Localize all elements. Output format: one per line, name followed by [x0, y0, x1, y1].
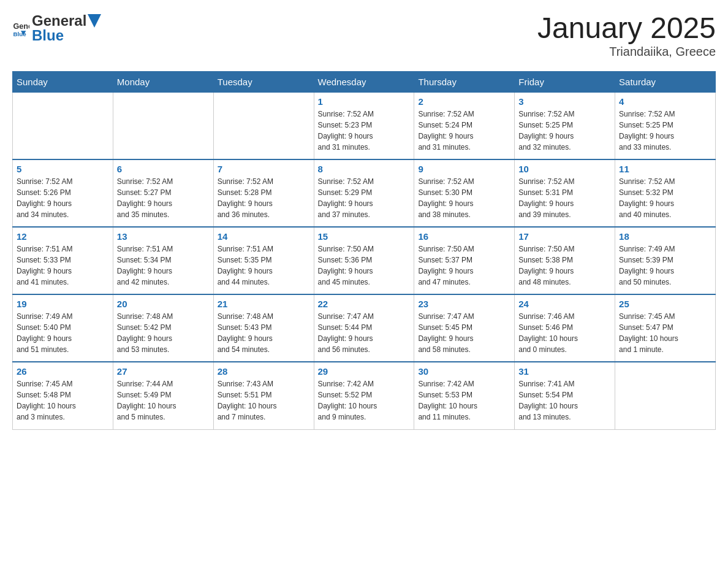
day-info: Sunrise: 7:45 AM Sunset: 5:47 PM Dayligh…	[619, 311, 711, 355]
calendar-cell: 7Sunrise: 7:52 AM Sunset: 5:28 PM Daylig…	[213, 159, 314, 227]
calendar-table: SundayMondayTuesdayWednesdayThursdayFrid…	[12, 71, 716, 430]
calendar-cell: 6Sunrise: 7:52 AM Sunset: 5:27 PM Daylig…	[113, 159, 213, 227]
calendar-header-row: SundayMondayTuesdayWednesdayThursdayFrid…	[13, 71, 716, 92]
calendar-cell: 11Sunrise: 7:52 AM Sunset: 5:32 PM Dayli…	[615, 159, 716, 227]
calendar-cell: 24Sunrise: 7:46 AM Sunset: 5:46 PM Dayli…	[515, 294, 615, 362]
day-number: 12	[17, 231, 109, 242]
day-number: 10	[518, 164, 611, 174]
day-number: 14	[218, 231, 310, 242]
calendar-cell	[13, 92, 113, 159]
calendar-cell: 10Sunrise: 7:52 AM Sunset: 5:31 PM Dayli…	[515, 159, 615, 227]
logo-blue-text: Blue	[32, 27, 101, 44]
day-info: Sunrise: 7:42 AM Sunset: 5:52 PM Dayligh…	[318, 378, 411, 423]
day-info: Sunrise: 7:41 AM Sunset: 5:54 PM Dayligh…	[518, 378, 611, 423]
day-number: 6	[117, 164, 210, 174]
svg-text:General: General	[13, 22, 29, 31]
day-info: Sunrise: 7:50 AM Sunset: 5:36 PM Dayligh…	[318, 243, 411, 288]
calendar-cell: 2Sunrise: 7:52 AM Sunset: 5:24 PM Daylig…	[414, 92, 515, 159]
title-block: January 2025 Triandaiika, Greece	[537, 12, 716, 59]
calendar-cell: 21Sunrise: 7:48 AM Sunset: 5:43 PM Dayli…	[213, 294, 314, 362]
calendar-cell: 20Sunrise: 7:48 AM Sunset: 5:42 PM Dayli…	[113, 294, 213, 362]
header-sunday: Sunday	[13, 71, 113, 92]
day-info: Sunrise: 7:52 AM Sunset: 5:23 PM Dayligh…	[318, 109, 411, 153]
calendar-cell: 17Sunrise: 7:50 AM Sunset: 5:38 PM Dayli…	[515, 227, 615, 294]
day-info: Sunrise: 7:47 AM Sunset: 5:44 PM Dayligh…	[318, 311, 411, 355]
day-number: 3	[518, 96, 611, 107]
day-info: Sunrise: 7:51 AM Sunset: 5:33 PM Dayligh…	[17, 243, 109, 288]
day-number: 26	[17, 366, 109, 377]
day-number: 20	[117, 299, 210, 309]
header-wednesday: Wednesday	[314, 71, 414, 92]
day-info: Sunrise: 7:49 AM Sunset: 5:39 PM Dayligh…	[619, 243, 711, 288]
day-info: Sunrise: 7:52 AM Sunset: 5:25 PM Dayligh…	[619, 109, 711, 153]
day-info: Sunrise: 7:52 AM Sunset: 5:29 PM Dayligh…	[318, 176, 411, 220]
day-info: Sunrise: 7:50 AM Sunset: 5:37 PM Dayligh…	[418, 243, 510, 288]
header-saturday: Saturday	[615, 71, 716, 92]
day-number: 11	[619, 164, 711, 174]
day-number: 31	[518, 366, 611, 377]
day-info: Sunrise: 7:51 AM Sunset: 5:35 PM Dayligh…	[218, 243, 310, 288]
header-monday: Monday	[113, 71, 213, 92]
day-number: 29	[318, 366, 411, 377]
day-info: Sunrise: 7:52 AM Sunset: 5:30 PM Dayligh…	[418, 176, 510, 220]
day-info: Sunrise: 7:52 AM Sunset: 5:27 PM Dayligh…	[117, 176, 210, 220]
calendar-cell: 12Sunrise: 7:51 AM Sunset: 5:33 PM Dayli…	[13, 227, 113, 294]
page-subtitle: Triandaiika, Greece	[537, 45, 716, 59]
day-info: Sunrise: 7:52 AM Sunset: 5:24 PM Dayligh…	[418, 109, 510, 153]
day-number: 2	[418, 96, 510, 107]
day-info: Sunrise: 7:52 AM Sunset: 5:28 PM Dayligh…	[218, 176, 310, 220]
calendar-cell: 14Sunrise: 7:51 AM Sunset: 5:35 PM Dayli…	[213, 227, 314, 294]
day-number: 7	[218, 164, 310, 174]
day-info: Sunrise: 7:50 AM Sunset: 5:38 PM Dayligh…	[518, 243, 611, 288]
calendar-cell: 26Sunrise: 7:45 AM Sunset: 5:48 PM Dayli…	[13, 362, 113, 429]
day-number: 27	[117, 366, 210, 377]
calendar-cell: 9Sunrise: 7:52 AM Sunset: 5:30 PM Daylig…	[414, 159, 515, 227]
day-number: 9	[418, 164, 510, 174]
calendar-cell: 4Sunrise: 7:52 AM Sunset: 5:25 PM Daylig…	[615, 92, 716, 159]
week-row-5: 26Sunrise: 7:45 AM Sunset: 5:48 PM Dayli…	[13, 362, 716, 429]
page-header: General Blue General Blue January 2025 T…	[12, 12, 716, 59]
calendar-cell: 29Sunrise: 7:42 AM Sunset: 5:52 PM Dayli…	[314, 362, 414, 429]
calendar-cell: 19Sunrise: 7:49 AM Sunset: 5:40 PM Dayli…	[13, 294, 113, 362]
day-number: 24	[518, 299, 611, 309]
calendar-cell: 22Sunrise: 7:47 AM Sunset: 5:44 PM Dayli…	[314, 294, 414, 362]
day-number: 25	[619, 299, 711, 309]
day-number: 16	[418, 231, 510, 242]
logo-triangle-icon	[88, 14, 101, 28]
day-number: 5	[17, 164, 109, 174]
day-info: Sunrise: 7:45 AM Sunset: 5:48 PM Dayligh…	[17, 378, 109, 423]
calendar-cell: 28Sunrise: 7:43 AM Sunset: 5:51 PM Dayli…	[213, 362, 314, 429]
calendar-cell: 27Sunrise: 7:44 AM Sunset: 5:49 PM Dayli…	[113, 362, 213, 429]
calendar-cell: 15Sunrise: 7:50 AM Sunset: 5:36 PM Dayli…	[314, 227, 414, 294]
day-number: 21	[218, 299, 310, 309]
day-number: 15	[318, 231, 411, 242]
day-number: 18	[619, 231, 711, 242]
day-number: 19	[17, 299, 109, 309]
day-number: 13	[117, 231, 210, 242]
day-info: Sunrise: 7:46 AM Sunset: 5:46 PM Dayligh…	[518, 311, 611, 355]
calendar-cell: 16Sunrise: 7:50 AM Sunset: 5:37 PM Dayli…	[414, 227, 515, 294]
day-info: Sunrise: 7:48 AM Sunset: 5:42 PM Dayligh…	[117, 311, 210, 355]
calendar-cell: 13Sunrise: 7:51 AM Sunset: 5:34 PM Dayli…	[113, 227, 213, 294]
day-number: 4	[619, 96, 711, 107]
day-number: 22	[318, 299, 411, 309]
day-number: 1	[318, 96, 411, 107]
calendar-cell: 5Sunrise: 7:52 AM Sunset: 5:26 PM Daylig…	[13, 159, 113, 227]
day-info: Sunrise: 7:42 AM Sunset: 5:53 PM Dayligh…	[418, 378, 510, 423]
day-number: 23	[418, 299, 510, 309]
day-info: Sunrise: 7:52 AM Sunset: 5:26 PM Dayligh…	[17, 176, 109, 220]
day-number: 28	[218, 366, 310, 377]
logo: General Blue General Blue	[12, 12, 101, 44]
week-row-4: 19Sunrise: 7:49 AM Sunset: 5:40 PM Dayli…	[13, 294, 716, 362]
week-row-1: 1Sunrise: 7:52 AM Sunset: 5:23 PM Daylig…	[13, 92, 716, 159]
calendar-cell: 18Sunrise: 7:49 AM Sunset: 5:39 PM Dayli…	[615, 227, 716, 294]
week-row-2: 5Sunrise: 7:52 AM Sunset: 5:26 PM Daylig…	[13, 159, 716, 227]
calendar-cell: 3Sunrise: 7:52 AM Sunset: 5:25 PM Daylig…	[515, 92, 615, 159]
day-info: Sunrise: 7:44 AM Sunset: 5:49 PM Dayligh…	[117, 378, 210, 423]
calendar-cell: 31Sunrise: 7:41 AM Sunset: 5:54 PM Dayli…	[515, 362, 615, 429]
day-info: Sunrise: 7:51 AM Sunset: 5:34 PM Dayligh…	[117, 243, 210, 288]
day-number: 17	[518, 231, 611, 242]
day-number: 8	[318, 164, 411, 174]
calendar-cell: 23Sunrise: 7:47 AM Sunset: 5:45 PM Dayli…	[414, 294, 515, 362]
calendar-cell	[213, 92, 314, 159]
